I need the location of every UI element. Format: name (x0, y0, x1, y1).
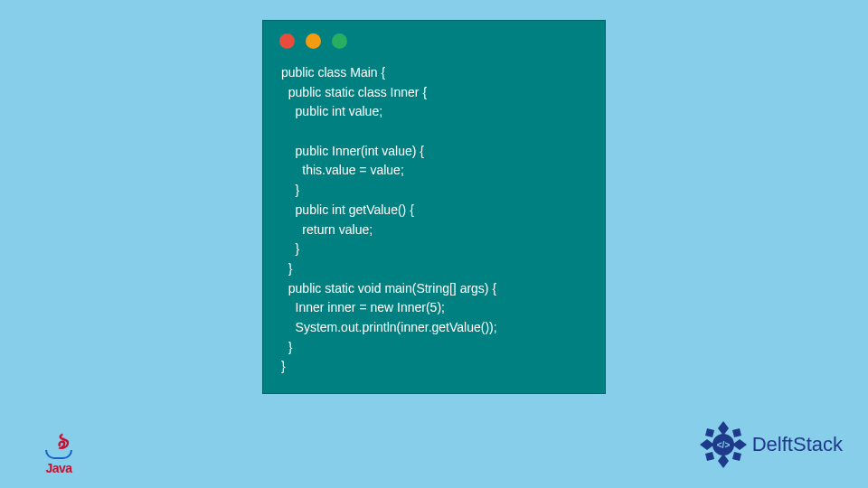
svg-marker-2 (700, 439, 714, 450)
delftstack-logo: </> DelftStack (698, 419, 843, 470)
svg-marker-1 (718, 454, 729, 468)
window-controls (263, 21, 605, 58)
java-logo: ঌ Java (36, 414, 81, 475)
code-block: public class Main { public static class … (263, 58, 605, 377)
window-dot-red (279, 33, 295, 49)
svg-marker-6 (705, 452, 714, 461)
java-steam-icon: ঌ (53, 432, 65, 452)
svg-marker-7 (732, 452, 741, 461)
svg-marker-4 (705, 428, 714, 437)
window-dot-green (332, 33, 347, 49)
code-window: public class Main { public static class … (262, 20, 606, 394)
delftstack-logo-text: DelftStack (752, 433, 843, 456)
java-logo-text: Java (45, 461, 71, 475)
java-cup-icon (45, 450, 72, 459)
window-dot-yellow (306, 33, 321, 49)
svg-marker-5 (732, 428, 741, 437)
delftstack-icon: </> (698, 419, 749, 470)
svg-marker-3 (732, 439, 747, 450)
svg-marker-0 (718, 421, 729, 436)
svg-text:</>: </> (717, 440, 731, 450)
